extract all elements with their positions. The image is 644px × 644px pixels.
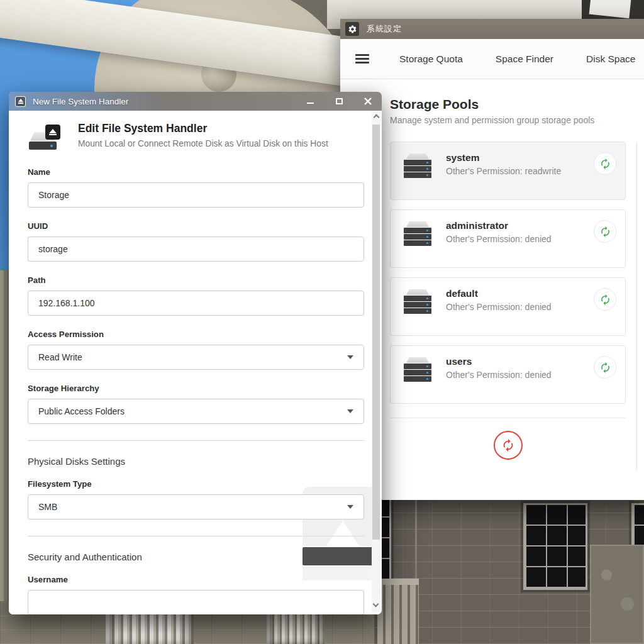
pool-permission: Other's Permission: denied (446, 370, 594, 380)
refresh-sync-icon (599, 158, 611, 170)
field-access-permission: Access Permission Read Write (28, 330, 364, 370)
dialog-body: Edit File System Handler Mount Local or … (9, 111, 372, 614)
eject-drive-icon (15, 96, 26, 107)
facade-window (523, 503, 587, 590)
uuid-label: UUID (28, 221, 364, 231)
dialog-heading: Edit File System Handler (78, 122, 328, 135)
list-divider (390, 418, 626, 418)
section-divider (28, 536, 364, 536)
pool-permission: Other's Permission: denied (446, 234, 594, 244)
dialog-subheading: Mount Local or Connect Remote Disk as Vi… (78, 139, 328, 148)
pool-permission: Other's Permission: denied (446, 302, 594, 312)
page-title: Storage Pools (390, 97, 644, 112)
name-label: Name (28, 167, 364, 177)
pool-card-administrator[interactable]: administrator Other's Permission: denied (390, 209, 626, 268)
file-system-handler-dialog: New File System Handler Edit File System… (9, 92, 382, 614)
storage-hierarchy-label: Storage Hierarchy (28, 384, 364, 393)
settings-titlebar[interactable]: 系統設定 (340, 19, 644, 39)
minimize-icon[interactable] (305, 96, 315, 106)
pool-refresh-button[interactable] (594, 152, 616, 175)
page-subtitle: Manage system and permission group stora… (390, 115, 644, 125)
pool-name: default (446, 288, 594, 299)
pool-refresh-button[interactable] (594, 220, 616, 243)
dialog-header: Edit File System Handler Mount Local or … (28, 122, 364, 153)
username-label: Username (28, 575, 364, 584)
settings-toolbar: Storage Quota Space Finder Disk Space (340, 39, 644, 79)
name-input[interactable] (28, 182, 364, 208)
hamburger-menu-icon[interactable] (355, 54, 369, 64)
chevron-down-icon (347, 409, 353, 413)
carved-ornament-panel (590, 545, 644, 644)
username-input[interactable] (28, 590, 364, 614)
access-permission-select[interactable]: Read Write (28, 345, 364, 370)
pool-name: users (446, 356, 594, 367)
server-rack-icon (403, 289, 432, 316)
disk-drive-eject-icon (28, 125, 64, 153)
close-icon[interactable] (363, 96, 373, 106)
select-value: Public Access Folders (38, 406, 347, 416)
field-filesystem-type: Filesystem Type SMB (28, 479, 364, 519)
tab-storage-quota[interactable]: Storage Quota (399, 53, 463, 65)
field-storage-hierarchy: Storage Hierarchy Public Access Folders (28, 384, 364, 424)
chevron-down-icon (347, 505, 353, 509)
storage-pool-list: system Other's Permission: readwrite adm… (390, 142, 626, 404)
security-section-title: Security and Authentication (28, 552, 364, 562)
filesystem-type-select[interactable]: SMB (28, 494, 364, 519)
pool-refresh-button[interactable] (594, 356, 616, 379)
scrollbar-thumb[interactable] (372, 125, 380, 540)
refresh-sync-icon (599, 294, 611, 306)
settings-window-title: 系統設定 (367, 23, 402, 35)
field-username: Username (28, 575, 364, 614)
pool-card-system[interactable]: system Other's Permission: readwrite (390, 142, 626, 200)
filesystem-type-label: Filesystem Type (28, 479, 364, 489)
system-settings-window: 系統設定 Storage Quota Space Finder Disk Spa… (340, 19, 644, 500)
access-permission-label: Access Permission (28, 330, 364, 339)
dialog-window-title: New File System Handler (33, 97, 305, 106)
maximize-icon[interactable] (334, 96, 344, 106)
refresh-sync-icon (599, 362, 611, 374)
storage-hierarchy-select[interactable]: Public Access Folders (28, 399, 364, 424)
pool-permission: Other's Permission: readwrite (446, 166, 594, 176)
pool-refresh-button[interactable] (594, 288, 616, 311)
pool-name: system (446, 152, 594, 164)
server-rack-icon (403, 153, 432, 180)
content-divider-line (636, 142, 637, 470)
pool-card-default[interactable]: default Other's Permission: denied (390, 277, 626, 336)
select-value: SMB (38, 502, 347, 512)
balustrade (377, 585, 419, 644)
refresh-sync-icon (501, 438, 515, 452)
section-divider (28, 440, 364, 441)
select-value: Read Write (38, 352, 347, 362)
dialog-titlebar[interactable]: New File System Handler (9, 92, 382, 111)
pool-name: administrator (446, 220, 594, 231)
chevron-up-icon[interactable] (373, 114, 379, 121)
chevron-down-icon (347, 355, 353, 359)
field-path: Path (28, 275, 364, 316)
tab-disk-space[interactable]: Disk Space (586, 53, 635, 65)
uuid-input[interactable] (28, 236, 364, 262)
dialog-scrollbar[interactable] (372, 112, 380, 612)
field-uuid: UUID (28, 221, 364, 262)
refresh-sync-icon (599, 226, 611, 238)
settings-tabs: Storage Quota Space Finder Disk Space (399, 53, 635, 65)
gear-icon (345, 22, 359, 36)
physical-disks-section-title: Physical Disks Settings (28, 456, 364, 467)
server-rack-icon (403, 357, 432, 384)
path-input[interactable] (28, 291, 364, 316)
chevron-down-icon[interactable] (373, 601, 379, 608)
server-rack-icon (403, 221, 432, 248)
settings-content: Storage Pools Manage system and permissi… (340, 79, 644, 499)
field-name: Name (28, 167, 364, 208)
pool-card-users[interactable]: users Other's Permission: denied (390, 345, 626, 404)
refresh-all-button[interactable] (494, 431, 523, 460)
path-label: Path (28, 275, 364, 285)
tab-space-finder[interactable]: Space Finder (496, 53, 553, 65)
